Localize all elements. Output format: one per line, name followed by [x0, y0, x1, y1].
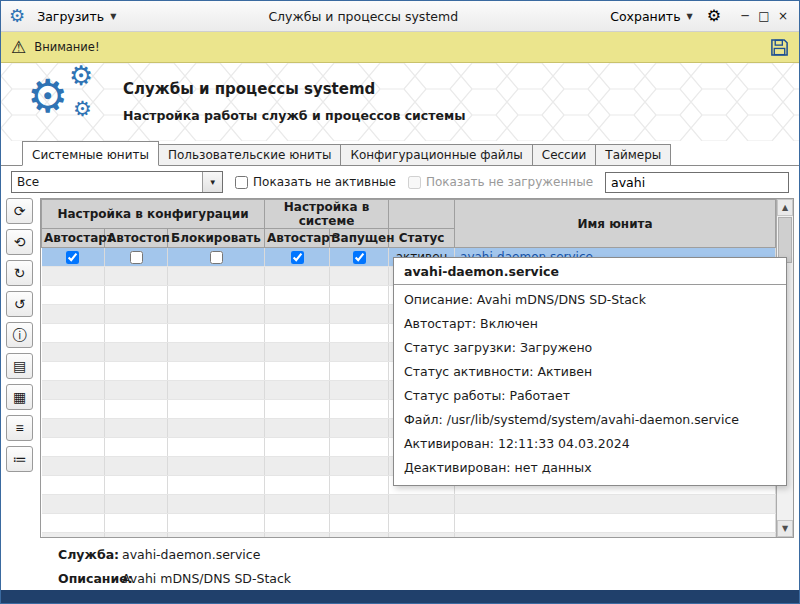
service-value: avahi-daemon.service [122, 547, 260, 562]
tooltip-activated: Активирован: 12:11:33 04.03.2024 [394, 432, 786, 456]
show-inactive-label: Показать не активные [253, 175, 396, 189]
tooltip-description: Описание: Avahi mDNS/DNS SD-Stack [394, 288, 786, 312]
titlebar: ⚙ Загрузить ▼ Службы и процессы systemd … [1, 1, 799, 32]
running-checkbox[interactable] [353, 251, 366, 264]
tooltip-run-status: Статус работы: Работает [394, 384, 786, 408]
warning-bar: ⚠ Внимание! [1, 32, 799, 63]
info-button[interactable]: ⓘ [6, 322, 33, 348]
load-button[interactable]: Загрузить ▼ [31, 6, 122, 27]
col-block[interactable]: Блокировать [168, 229, 265, 248]
col-status[interactable]: Статус [389, 229, 455, 248]
show-inactive-checkbox-row: Показать не активные [235, 175, 396, 189]
autostop-checkbox[interactable] [130, 251, 143, 264]
app-icon: ⚙ [9, 7, 25, 25]
scroll-down-button[interactable]: ▼ [777, 520, 793, 537]
window-controls: ─ □ × [737, 9, 791, 23]
main-area: ⟳ ⟲ ↻ ↺ ⓘ ▤ ▦ ≡ ≔ Настройка в конфигура [1, 198, 799, 538]
tooltip-deactivated: Деактивирован: нет данных [394, 456, 786, 480]
restart-service-button[interactable]: ↻ [6, 260, 33, 286]
col-running[interactable]: Запущен [330, 229, 389, 248]
warning-icon: ⚠ [11, 39, 26, 56]
show-unloaded-checkbox-row: Показать не загруженные [408, 175, 593, 189]
side-toolbar: ⟳ ⟲ ↻ ↺ ⓘ ▤ ▦ ≡ ≔ [6, 198, 36, 538]
reload-units-button[interactable]: ⟲ [6, 229, 33, 255]
col-autostart-config[interactable]: Автостарт [42, 229, 105, 248]
minimize-button[interactable]: ─ [737, 9, 753, 23]
tooltip-load-status: Статус загрузки: Загружено [394, 336, 786, 360]
bottom-strip [1, 590, 799, 603]
dropdown-arrow-icon[interactable]: ▼ [202, 172, 222, 192]
save-file-icon[interactable] [770, 38, 789, 57]
tooltip-title: avahi-daemon.service [394, 258, 786, 285]
footer-info: Служба: avahi-daemon.service Описание: A… [1, 538, 799, 590]
service-label: Служба: [58, 547, 122, 562]
window-title: Службы и процессы systemd [126, 9, 600, 24]
status-group-spacer [389, 200, 455, 229]
load-button-label: Загрузить [37, 9, 104, 24]
maximize-button[interactable]: □ [756, 9, 772, 23]
config-group-header: Настройка в конфигурации [42, 200, 265, 229]
tooltip-active-status: Статус активности: Активен [394, 360, 786, 384]
empty-row [42, 495, 776, 514]
tab-user-units[interactable]: Пользовательские юниты [158, 144, 341, 165]
gears-logo: ⚙ ⚙ ⚙ [27, 67, 119, 137]
dependencies-button[interactable]: ≔ [6, 446, 33, 472]
tab-sessions[interactable]: Сессии [532, 144, 597, 165]
tab-system-units[interactable]: Системные юниты [22, 141, 159, 166]
settings-button[interactable]: ⚙ [703, 8, 725, 24]
chevron-down-icon: ▼ [687, 12, 693, 21]
page-header: ⚙ ⚙ ⚙ Службы и процессы systemd Настройк… [1, 63, 799, 141]
journal-button[interactable]: ≡ [6, 415, 33, 441]
save-button[interactable]: Сохранить ▼ [604, 6, 698, 27]
revert-button[interactable]: ↺ [6, 291, 33, 317]
col-autostop[interactable]: Автостоп [105, 229, 168, 248]
gear-icon: ⚙ [73, 99, 92, 120]
page-subtitle: Настройка работы служб и процессов систе… [123, 108, 465, 123]
show-inactive-checkbox[interactable] [235, 176, 248, 189]
filter-bar: Все ▼ Показать не активные Показать не з… [1, 166, 799, 198]
edit-file-button[interactable]: ▦ [6, 384, 33, 410]
col-autostart-system[interactable]: Автостарт [265, 229, 330, 248]
warning-message: Внимание! [34, 40, 99, 54]
unit-name-header[interactable]: Имя юнита [455, 200, 776, 248]
tab-timers[interactable]: Таймеры [595, 144, 671, 165]
empty-row [42, 514, 776, 533]
scroll-up-button[interactable]: ▲ [777, 199, 793, 216]
block-checkbox[interactable] [210, 251, 223, 264]
search-input[interactable] [605, 172, 789, 193]
tooltip-autostart: Автостарт: Включен [394, 312, 786, 336]
tab-config-files[interactable]: Конфигурационные файлы [340, 144, 532, 165]
show-unloaded-checkbox [408, 176, 421, 189]
tooltip-file-path: Файл: /usr/lib/systemd/system/avahi-daem… [394, 408, 786, 432]
close-button[interactable]: × [775, 9, 791, 23]
show-file-button[interactable]: ▤ [6, 353, 33, 379]
save-button-label: Сохранить [610, 9, 680, 24]
autostart-config-checkbox[interactable] [66, 251, 79, 264]
description-value: Avahi mDNS/DNS SD-Stack [122, 571, 291, 586]
gear-icon: ⚙ [69, 63, 93, 89]
app-window: ⚙ Загрузить ▼ Службы и процессы systemd … [0, 0, 800, 604]
description-label: Описание: [58, 571, 122, 586]
tab-bar: Системные юниты Пользовательские юниты К… [1, 141, 799, 166]
refresh-button[interactable]: ⟳ [6, 198, 33, 224]
empty-row [42, 533, 776, 538]
show-unloaded-label: Показать не загруженные [426, 175, 593, 189]
page-title: Службы и процессы systemd [123, 80, 465, 98]
chevron-down-icon: ▼ [110, 12, 116, 21]
system-group-header: Настройка в системе [265, 200, 389, 229]
scope-dropdown[interactable]: Все ▼ [11, 171, 223, 193]
gear-icon: ⚙ [27, 73, 68, 119]
unit-tooltip: avahi-daemon.service Описание: Avahi mDN… [393, 257, 787, 486]
scope-dropdown-value: Все [12, 175, 202, 189]
autostart-system-checkbox[interactable] [291, 251, 304, 264]
